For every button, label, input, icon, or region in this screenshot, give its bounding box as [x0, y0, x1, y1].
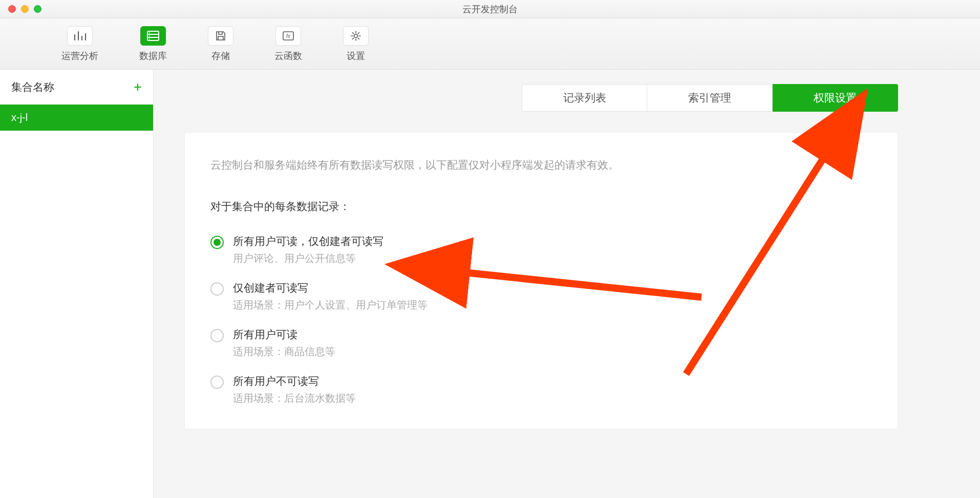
window-controls — [0, 5, 41, 13]
radio-texts: 所有用户可读，仅创建者可读写 用户评论、用户公开信息等 — [233, 234, 384, 265]
panel-note: 云控制台和服务端始终有所有数据读写权限，以下配置仅对小程序端发起的请求有效。 — [210, 156, 872, 174]
tab-permission-settings[interactable]: 权限设置 — [773, 84, 898, 112]
svg-point-8 — [354, 34, 358, 37]
radio-desc: 用户评论、用户公开信息等 — [233, 252, 384, 265]
radio-title: 仅创建者可读写 — [233, 281, 428, 295]
analytics-icon — [67, 26, 93, 46]
gear-icon — [343, 26, 369, 46]
tabs-row: 记录列表 索引管理 权限设置 — [154, 70, 980, 112]
radio-desc: 适用场景：后台流水数据等 — [233, 391, 356, 405]
permission-option-all-read-creator-write[interactable]: 所有用户可读，仅创建者可读写 用户评论、用户公开信息等 — [210, 234, 872, 265]
svg-point-3 — [149, 32, 150, 33]
window-titlebar: 云开发控制台 — [0, 0, 980, 18]
toolbar-label: 运营分析 — [61, 50, 98, 62]
function-icon: fx — [275, 26, 301, 46]
sidebar-header-label: 集合名称 — [11, 80, 54, 94]
toolbar-item-analytics[interactable]: 运营分析 — [61, 26, 98, 62]
radio-icon — [210, 329, 224, 342]
toolbar-label: 存储 — [211, 50, 230, 62]
svg-point-4 — [149, 35, 150, 36]
permission-radio-group: 所有用户可读，仅创建者可读写 用户评论、用户公开信息等 仅创建者可读写 适用场景… — [210, 234, 872, 405]
permission-option-creator-only[interactable]: 仅创建者可读写 适用场景：用户个人设置、用户订单管理等 — [210, 281, 872, 312]
toolbar-item-storage[interactable]: 存储 — [208, 26, 233, 62]
radio-desc: 适用场景：商品信息等 — [233, 345, 335, 359]
toolbar-item-database[interactable]: 数据库 — [139, 26, 167, 62]
svg-point-5 — [149, 38, 150, 39]
radio-title: 所有用户可读 — [233, 327, 335, 342]
toolbar-label: 设置 — [347, 50, 365, 62]
toolbar-item-settings[interactable]: 设置 — [343, 26, 369, 62]
permission-option-all-read[interactable]: 所有用户可读 适用场景：商品信息等 — [210, 327, 872, 359]
radio-icon — [210, 282, 224, 296]
maximize-window-button[interactable] — [34, 5, 41, 13]
svg-text:fx: fx — [286, 33, 291, 39]
save-icon — [208, 26, 233, 46]
toolbar-item-cloud-function[interactable]: fx 云函数 — [274, 26, 302, 62]
radio-texts: 所有用户不可读写 适用场景：后台流水数据等 — [233, 374, 356, 405]
sidebar-header: 集合名称 + — [0, 70, 153, 105]
database-icon — [140, 26, 166, 46]
radio-desc: 适用场景：用户个人设置、用户订单管理等 — [233, 298, 428, 312]
tab-index-management[interactable]: 索引管理 — [647, 84, 773, 112]
window-title: 云开发控制台 — [462, 3, 518, 15]
collection-item[interactable]: x-j-l — [0, 105, 153, 131]
panel-heading: 对于集合中的每条数据记录： — [210, 199, 872, 214]
radio-icon — [210, 236, 224, 249]
content-area: 集合名称 + x-j-l 记录列表 索引管理 权限设置 云控制台和服务端始终有所… — [0, 70, 980, 498]
permission-panel: 云控制台和服务端始终有所有数据读写权限，以下配置仅对小程序端发起的请求有效。 对… — [184, 132, 898, 429]
toolbar-label: 数据库 — [139, 50, 167, 62]
radio-title: 所有用户不可读写 — [233, 374, 356, 388]
main-panel: 记录列表 索引管理 权限设置 云控制台和服务端始终有所有数据读写权限，以下配置仅… — [154, 70, 980, 498]
tab-record-list[interactable]: 记录列表 — [522, 84, 647, 112]
permission-option-none[interactable]: 所有用户不可读写 适用场景：后台流水数据等 — [210, 374, 872, 405]
radio-texts: 所有用户可读 适用场景：商品信息等 — [233, 327, 335, 359]
close-window-button[interactable] — [8, 5, 16, 13]
main-toolbar: 运营分析 数据库 存储 fx 云函数 设置 — [0, 18, 980, 70]
radio-icon — [210, 376, 224, 389]
add-collection-button[interactable]: + — [134, 79, 142, 95]
radio-title: 所有用户可读，仅创建者可读写 — [233, 234, 384, 248]
radio-texts: 仅创建者可读写 适用场景：用户个人设置、用户订单管理等 — [233, 281, 428, 312]
minimize-window-button[interactable] — [21, 5, 29, 13]
toolbar-label: 云函数 — [274, 50, 302, 62]
collections-sidebar: 集合名称 + x-j-l — [0, 70, 154, 498]
